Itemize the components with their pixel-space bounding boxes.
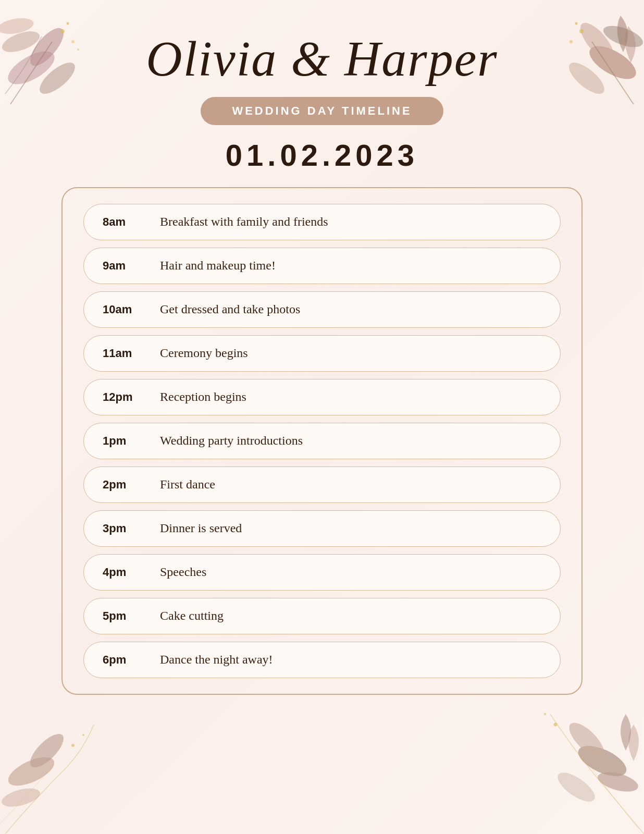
timeline-event: Wedding party introductions bbox=[160, 434, 303, 448]
svg-point-20 bbox=[82, 734, 84, 736]
timeline-event: Dinner is served bbox=[160, 521, 242, 535]
timeline-time: 4pm bbox=[103, 566, 150, 579]
timeline-item: 3pmDinner is served bbox=[83, 510, 561, 547]
timeline-time: 6pm bbox=[103, 653, 150, 667]
svg-point-18 bbox=[0, 785, 42, 811]
timeline-item: 11amCeremony begins bbox=[83, 335, 561, 372]
timeline-event: Reception begins bbox=[160, 390, 246, 404]
timeline-event: First dance bbox=[160, 477, 215, 492]
floral-decoration-bottom-left bbox=[0, 719, 104, 834]
timeline-time: 11am bbox=[103, 347, 150, 360]
page: Olivia & Harper WEDDING DAY TIMELINE 01.… bbox=[0, 0, 644, 834]
floral-decoration-bottom-right bbox=[524, 704, 644, 834]
timeline-time: 5pm bbox=[103, 609, 150, 623]
timeline-item: 10amGet dressed and take photos bbox=[83, 291, 561, 328]
timeline-time: 9am bbox=[103, 259, 150, 273]
timeline-event: Speeches bbox=[160, 565, 206, 579]
timeline-event: Cake cutting bbox=[160, 609, 224, 623]
svg-point-25 bbox=[554, 723, 558, 727]
timeline-item: 4pmSpeeches bbox=[83, 554, 561, 591]
timeline-item: 12pmReception begins bbox=[83, 379, 561, 415]
title-badge-text: WEDDING DAY TIMELINE bbox=[232, 104, 412, 117]
svg-point-24 bbox=[553, 767, 599, 807]
wedding-date: 01.02.2023 bbox=[226, 138, 418, 173]
timeline-event: Ceremony begins bbox=[160, 346, 248, 360]
couple-name: Olivia & Harper bbox=[146, 31, 498, 87]
svg-point-19 bbox=[71, 744, 75, 747]
timeline-item: 8amBreakfast with family and friends bbox=[83, 204, 561, 240]
timeline-item: 6pmDance the night away! bbox=[83, 642, 561, 678]
timeline-time: 10am bbox=[103, 303, 150, 316]
timeline-time: 1pm bbox=[103, 434, 150, 448]
title-badge: WEDDING DAY TIMELINE bbox=[201, 97, 443, 125]
timeline-event: Get dressed and take photos bbox=[160, 302, 300, 316]
timeline-time: 12pm bbox=[103, 390, 150, 404]
timeline-time: 8am bbox=[103, 215, 150, 229]
timeline-card: 8amBreakfast with family and friends9amH… bbox=[61, 187, 583, 695]
timeline-time: 3pm bbox=[103, 522, 150, 535]
timeline-item: 1pmWedding party introductions bbox=[83, 423, 561, 459]
timeline-event: Hair and makeup time! bbox=[160, 259, 276, 273]
timeline-event: Breakfast with family and friends bbox=[160, 215, 328, 229]
timeline-item: 9amHair and makeup time! bbox=[83, 248, 561, 284]
timeline-time: 2pm bbox=[103, 478, 150, 492]
timeline-event: Dance the night away! bbox=[160, 653, 273, 667]
main-content: Olivia & Harper WEDDING DAY TIMELINE 01.… bbox=[0, 0, 644, 716]
timeline-item: 5pmCake cutting bbox=[83, 598, 561, 634]
timeline-item: 2pmFirst dance bbox=[83, 467, 561, 503]
